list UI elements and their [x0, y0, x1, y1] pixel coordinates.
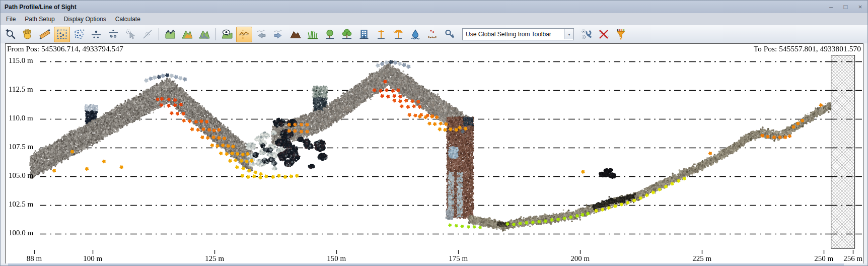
point-select-tool[interactable]: [122, 27, 138, 42]
clear-selection-button[interactable]: [596, 27, 612, 42]
x-axis-label: 150 m: [327, 254, 346, 263]
maximize-button[interactable]: □: [838, 1, 853, 13]
view-3d-tool[interactable]: [219, 27, 235, 42]
classify-medium-vegetation-button-icon: [324, 28, 336, 40]
clear-selection-button-icon: [598, 28, 610, 40]
measure-tool-icon: [39, 28, 51, 40]
x-axis-label: 175 m: [449, 254, 468, 263]
next-profile-button-icon: [272, 28, 284, 40]
profile-settings-tool-icon: [198, 28, 210, 40]
point-select-tool-icon: [124, 28, 136, 40]
filter-points-button[interactable]: [613, 27, 629, 42]
profile-canvas[interactable]: [6, 44, 863, 264]
profile-marker-tool[interactable]: [236, 27, 252, 42]
x-axis-label: 256 m: [843, 254, 862, 263]
x-axis-label: 225 m: [692, 254, 711, 263]
pan-tool-icon: [22, 28, 34, 40]
select-below-line-tool[interactable]: [105, 27, 121, 42]
to-pos-label: To Pos: 545557.801, 4933801.570: [754, 44, 861, 53]
select-above-line-tool-icon: [90, 28, 102, 40]
y-axis-label: 110.0 m: [9, 114, 33, 122]
y-axis-label: 105.0 m: [9, 171, 33, 180]
classify-building-button-icon: [358, 28, 370, 40]
from-pos-label: From Pos: 545306.714, 4933794.547: [7, 44, 123, 53]
classify-key-button-icon: [444, 28, 456, 40]
select-below-line-tool-icon: [107, 28, 119, 40]
toolbar: Use Global Setting from Toolbar▼: [1, 25, 867, 43]
deselect-line-tool[interactable]: [139, 27, 156, 42]
terrain-display-tool-icon: [181, 28, 193, 40]
deselect-line-tool-icon: [141, 28, 154, 40]
title-bar[interactable]: Path Profile/Line of Sight – □ ×: [1, 1, 867, 13]
x-axis-label: 88 m: [27, 254, 42, 263]
scrollbar-thumb[interactable]: [8, 263, 844, 265]
window-title: Path Profile/Line of Sight: [5, 4, 77, 11]
profile-area-tool-icon: [164, 28, 176, 40]
close-button[interactable]: ×: [853, 1, 867, 13]
horizontal-scrollbar[interactable]: [1, 263, 867, 265]
minimize-button[interactable]: –: [824, 1, 838, 13]
classify-high-vegetation-button[interactable]: [339, 27, 355, 42]
window-controls: – □ ×: [824, 1, 867, 13]
previous-profile-button[interactable]: [253, 27, 269, 42]
filter-points-button-icon: [615, 28, 627, 40]
x-axis-label: 125 m: [205, 254, 224, 263]
classify-powerline-button-icon: [392, 28, 404, 40]
y-axis-label: 107.5 m: [9, 143, 33, 151]
classify-pole-button-icon: [375, 28, 387, 40]
classify-key-button[interactable]: [442, 27, 458, 42]
classify-water-button[interactable]: [407, 27, 423, 42]
path-profile-window: Path Profile/Line of Sight – □ × FilePat…: [0, 0, 868, 266]
menu-item-display-options[interactable]: Display Options: [59, 13, 111, 25]
menu-item-path-setup[interactable]: Path Setup: [20, 13, 59, 25]
classify-noise-button[interactable]: [424, 27, 441, 42]
zoom-tool[interactable]: [3, 27, 19, 42]
classification-settings-button[interactable]: [578, 27, 595, 42]
classify-pole-button[interactable]: [373, 27, 389, 42]
menu-bar: FilePath SetupDisplay OptionsCalculate: [1, 13, 867, 25]
classification-mode-dropdown[interactable]: Use Global Setting from Toolbar▼: [462, 28, 574, 40]
select-polygon-tool[interactable]: [71, 27, 87, 42]
classify-water-button-icon: [409, 28, 421, 40]
select-rectangle-tool-icon: [56, 28, 68, 40]
measure-tool[interactable]: [37, 27, 53, 42]
select-polygon-tool-icon: [73, 28, 85, 40]
classify-high-vegetation-button-icon: [341, 28, 353, 40]
select-rectangle-tool[interactable]: [54, 27, 70, 42]
classify-ground-button[interactable]: [287, 27, 304, 42]
classify-noise-button-icon: [426, 28, 439, 40]
classify-medium-vegetation-button[interactable]: [322, 27, 338, 42]
classification-settings-button-icon: [581, 28, 593, 40]
y-axis-label: 102.5 m: [9, 200, 33, 209]
profile-area-tool[interactable]: [162, 27, 178, 42]
y-axis-label: 100.0 m: [9, 229, 33, 237]
classify-low-vegetation-button-icon: [307, 28, 319, 40]
x-axis-label: 250 m: [814, 254, 833, 263]
previous-profile-button-icon: [255, 28, 267, 40]
classify-ground-button-icon: [290, 28, 302, 40]
zoom-tool-icon: [5, 28, 17, 40]
terrain-display-tool[interactable]: [179, 27, 195, 42]
classify-powerline-button[interactable]: [390, 27, 406, 42]
dropdown-value: Use Global Setting from Toolbar: [466, 31, 551, 38]
toolbar-separator: [159, 28, 159, 40]
profile-chart-panel: From Pos: 545306.714, 4933794.547 To Pos…: [5, 43, 863, 264]
menu-item-file[interactable]: File: [2, 13, 20, 25]
x-axis-label: 200 m: [570, 254, 590, 263]
classify-low-vegetation-button[interactable]: [305, 27, 321, 42]
y-axis-label: 115.0 m: [9, 56, 33, 65]
select-above-line-tool[interactable]: [88, 27, 104, 42]
y-axis-label: 112.5 m: [9, 85, 33, 94]
toolbar-separator: [215, 28, 216, 40]
profile-marker-tool-icon: [238, 28, 250, 40]
profile-settings-tool[interactable]: [196, 27, 212, 42]
pan-tool[interactable]: [20, 27, 36, 42]
x-axis-label: 100 m: [83, 254, 102, 263]
next-profile-button[interactable]: [270, 27, 286, 42]
menu-item-calculate[interactable]: Calculate: [111, 13, 145, 25]
classify-building-button[interactable]: [356, 27, 372, 42]
chevron-down-icon: ▼: [564, 29, 573, 39]
view-3d-tool-icon: [221, 28, 233, 40]
